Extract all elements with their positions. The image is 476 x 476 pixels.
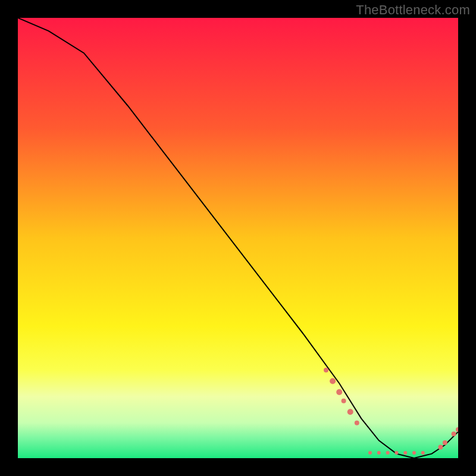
data-marker xyxy=(412,451,416,455)
data-marker xyxy=(452,431,456,436)
data-marker xyxy=(336,389,342,395)
data-marker xyxy=(368,451,372,455)
data-marker xyxy=(342,399,346,403)
watermark-text: TheBottleneck.com xyxy=(356,2,470,18)
data-marker xyxy=(347,409,353,415)
chart-frame: TheBottleneck.com xyxy=(0,0,476,476)
data-marker xyxy=(438,445,443,450)
data-marker xyxy=(403,451,407,455)
data-marker xyxy=(355,421,359,425)
data-marker xyxy=(324,368,328,372)
bottleneck-curve xyxy=(18,18,458,458)
data-marker xyxy=(443,440,447,445)
data-marker xyxy=(377,451,381,455)
data-marker xyxy=(394,451,398,455)
data-marker xyxy=(330,378,336,384)
data-marker xyxy=(456,427,458,432)
data-marker xyxy=(421,451,425,455)
data-marker xyxy=(386,451,390,455)
chart-svg xyxy=(18,18,458,458)
plot-area xyxy=(18,18,458,458)
data-markers xyxy=(324,368,458,455)
